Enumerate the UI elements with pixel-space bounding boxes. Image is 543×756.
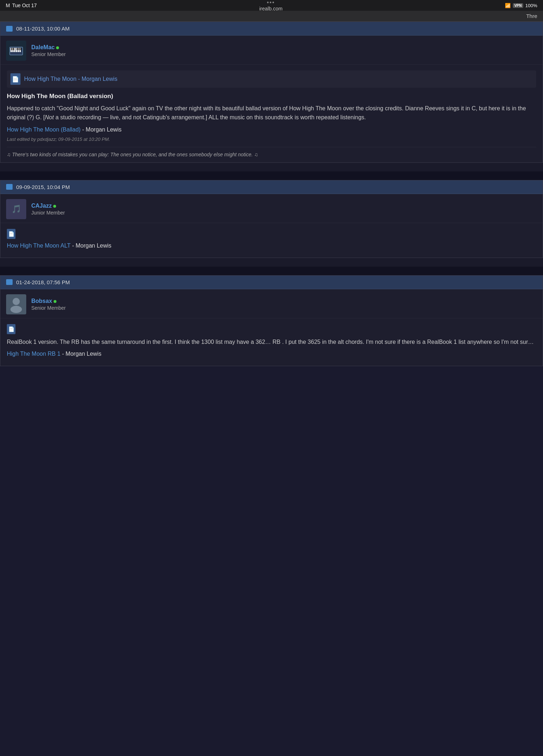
section-gap (0, 171, 543, 180)
small-file-icon-row: 📄 (7, 324, 536, 334)
svg-rect-3 (14, 48, 15, 52)
post-date: 08-11-2013, 10:00 AM (16, 26, 69, 32)
posts-container: 08-11-2013, 10:00 AM (0, 22, 543, 366)
song-link[interactable]: How High The Moon - Morgan Lewis (24, 76, 117, 82)
file-icon: 📄 (10, 73, 20, 85)
online-indicator (56, 46, 59, 49)
wifi-icon: 📶 (505, 3, 511, 8)
svg-rect-11 (20, 48, 22, 50)
svg-rect-7 (12, 48, 13, 50)
vpn-badge: VPN (513, 3, 523, 8)
post-date: 01-24-2018, 07:56 PM (16, 279, 70, 285)
datetime-label: Tue Oct 17 (12, 3, 37, 8)
svg-rect-10 (19, 48, 20, 50)
inline-song-link[interactable]: High The Moon RB 1 (7, 351, 60, 357)
post-icon (6, 279, 13, 285)
file-icon: 📄 (7, 229, 15, 239)
file-icon: 📄 (7, 324, 15, 334)
post-date: 09-09-2015, 10:04 PM (16, 184, 70, 190)
post-user: Bobsax Senior Member (0, 289, 543, 318)
status-right: 📶 VPN 100% (505, 3, 537, 8)
page-label: Thre (526, 13, 537, 19)
page-top-right: Thre (0, 11, 543, 22)
post-item: 08-11-2013, 10:00 AM (0, 22, 543, 163)
status-left: M Tue Oct 17 (6, 3, 37, 8)
avatar (6, 294, 26, 314)
inline-link-suffix: - Morgan Lewis (70, 243, 111, 249)
svg-point-13 (13, 298, 20, 305)
status-center: ••• irealb.com (259, 0, 283, 11)
user-role: Senior Member (31, 51, 66, 57)
inline-song-link[interactable]: How High The Moon (Ballad) (7, 126, 81, 133)
site-url: irealb.com (259, 6, 283, 11)
post-icon (6, 26, 13, 32)
post-body: 📄 How High The Moon - Morgan Lewis How H… (0, 65, 543, 162)
post-body: 📄 RealBook 1 version. The RB has the sam… (0, 318, 543, 366)
post-user: DaleMac Senior Member (0, 36, 543, 65)
signature: ♫ There's two kinds of mistakes you can … (7, 147, 536, 157)
post-item: 01-24-2018, 07:56 PM Bobsax Senior Membe… (0, 275, 543, 367)
post-text-1: Happened to catch "Good Night and Good L… (7, 104, 536, 122)
battery-icon: 100% (525, 3, 537, 8)
user-info: CAJazz Junior Member (31, 203, 65, 216)
online-indicator (54, 300, 56, 303)
small-file-icon-row: 📄 (7, 229, 536, 239)
post-user: 🎵 CAJazz Junior Member (0, 194, 543, 223)
svg-rect-9 (17, 48, 18, 50)
svg-rect-8 (13, 48, 14, 50)
post-header: 01-24-2018, 07:56 PM (0, 276, 543, 289)
username[interactable]: DaleMac (31, 44, 66, 51)
username[interactable]: Bobsax (31, 298, 66, 304)
edit-notice: Last edited by pdxdjazz; 09-09-2015 at 1… (7, 137, 536, 142)
status-bar: M Tue Oct 17 ••• irealb.com 📶 VPN 100% (0, 0, 543, 11)
user-role: Senior Member (31, 305, 66, 311)
post-title: How High The Moon (Ballad version) (7, 93, 536, 100)
avatar: 🎵 (6, 199, 26, 219)
avatar (6, 41, 26, 61)
inline-link-suffix: - Morgan Lewis (60, 351, 101, 357)
user-info: DaleMac Senior Member (31, 44, 66, 57)
three-dots: ••• (267, 0, 275, 6)
online-indicator (53, 205, 56, 208)
section-gap (0, 267, 543, 275)
post-header: 08-11-2013, 10:00 AM (0, 22, 543, 36)
user-role: Junior Member (31, 210, 65, 216)
username[interactable]: CAJazz (31, 203, 65, 209)
song-link-row: 📄 How High The Moon - Morgan Lewis (7, 70, 536, 88)
inline-link-suffix: - Morgan Lewis (81, 126, 122, 133)
post-text-3: RealBook 1 version. The RB has the same … (7, 338, 536, 347)
post-icon (6, 184, 13, 190)
inline-song-link[interactable]: How High The Moon ALT (7, 243, 70, 249)
carrier-label: M (6, 3, 10, 8)
post-header: 09-09-2015, 10:04 PM (0, 180, 543, 194)
post-body: 📄 How High The Moon ALT - Morgan Lewis (0, 223, 543, 258)
user-info: Bobsax Senior Member (31, 298, 66, 311)
post-item: 09-09-2015, 10:04 PM 🎵 CAJazz Junior Mem… (0, 180, 543, 258)
svg-point-14 (10, 306, 22, 313)
